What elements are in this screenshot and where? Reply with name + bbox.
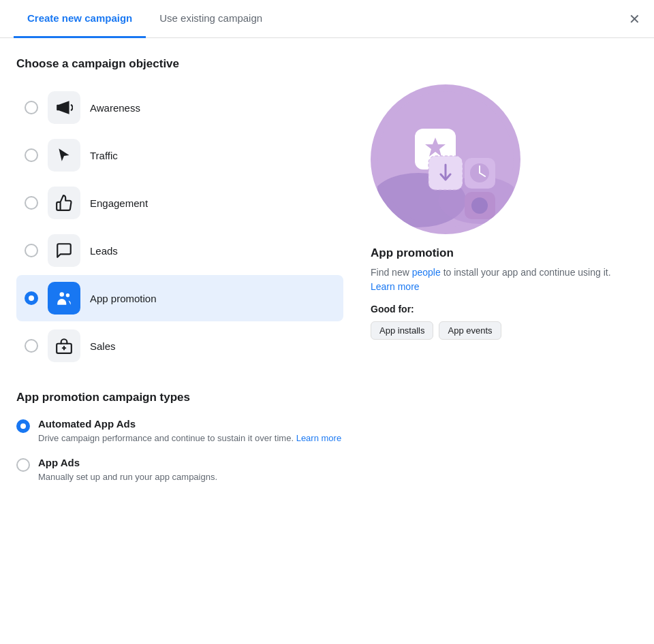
people-icon [55,289,73,307]
megaphone-icon [55,99,73,116]
close-button[interactable]: ✕ [629,12,640,26]
automated-learn-more[interactable]: Learn more [296,433,341,443]
automated-desc: Drive campaign performance and continue … [38,432,341,445]
objectives-panel: Awareness Traffic [16,84,343,370]
objective-awareness[interactable]: Awareness [16,84,343,131]
tabs-bar: Create new campaign Use existing campaig… [0,0,654,38]
svg-point-1 [66,293,69,297]
tag-app-events: App events [439,321,501,340]
promo-learn-more-link[interactable]: Learn more [371,281,420,292]
objective-traffic[interactable]: Traffic [16,132,343,178]
bag-icon [55,337,73,355]
objective-sales[interactable]: Sales [16,323,343,369]
chat-icon [55,242,73,259]
radio-engagement[interactable] [25,196,38,210]
objective-app-promotion[interactable]: App promotion [16,275,343,321]
right-panel: App promotion Find new people to install… [371,84,638,370]
campaign-types-title: App promotion campaign types [16,391,638,404]
cursor-icon [55,146,73,164]
svg-point-17 [471,197,488,214]
leads-icon-box [48,234,80,267]
radio-automated[interactable] [16,419,30,433]
objective-engagement[interactable]: Engagement [16,180,343,226]
radio-app-ads[interactable] [16,458,30,472]
app-promotion-icon-box [48,282,80,315]
radio-leads[interactable] [25,244,38,257]
tab-use-existing[interactable]: Use existing campaign [146,0,276,38]
promo-desc-link[interactable]: people [412,267,441,278]
main-content: Choose a campaign objective Awareness [0,38,654,512]
radio-app-promotion[interactable] [25,291,38,305]
automated-info: Automated App Ads Drive campaign perform… [38,418,341,445]
leads-label: Leads [90,245,118,257]
thumbsup-icon [55,194,73,212]
app-ads-info: App Ads Manually set up and run your app… [38,457,217,483]
tag-app-installs: App installs [371,321,433,340]
svg-point-0 [60,292,65,297]
sales-icon-box [48,329,80,362]
campaign-type-app-ads[interactable]: App Ads Manually set up and run your app… [16,457,638,483]
sales-label: Sales [90,340,116,352]
main-layout: Awareness Traffic [16,84,638,370]
promo-description: Find new people to install your app and … [371,265,638,294]
engagement-icon-box [48,187,80,219]
app-promotion-label: App promotion [90,293,157,304]
radio-traffic[interactable] [25,148,38,162]
promo-illustration [371,84,520,234]
tags-container: App installs App events [371,321,638,340]
good-for-label: Good for: [371,304,638,315]
engagement-label: Engagement [90,197,148,209]
campaign-type-automated[interactable]: Automated App Ads Drive campaign perform… [16,418,638,445]
app-ads-name: App Ads [38,457,217,468]
awareness-icon-box [48,91,80,124]
campaign-types-section: App promotion campaign types Automated A… [16,391,638,483]
app-ads-desc: Manually set up and run your app campaig… [38,471,217,483]
tab-create-new[interactable]: Create new campaign [14,0,146,38]
traffic-label: Traffic [90,150,118,161]
automated-desc-text: Drive campaign performance and continue … [38,433,294,443]
traffic-icon-box [48,139,80,172]
awareness-label: Awareness [90,102,140,114]
automated-name: Automated App Ads [38,418,341,430]
objective-leads[interactable]: Leads [16,227,343,274]
promo-title: App promotion [371,246,638,260]
radio-awareness[interactable] [25,101,38,114]
section-title: Choose a campaign objective [16,57,638,71]
app-promo-illustration-svg [377,91,514,227]
radio-sales[interactable] [25,339,38,353]
promo-desc-start: Find new [371,267,412,278]
promo-desc-end: to install your app and continue using i… [441,267,611,278]
